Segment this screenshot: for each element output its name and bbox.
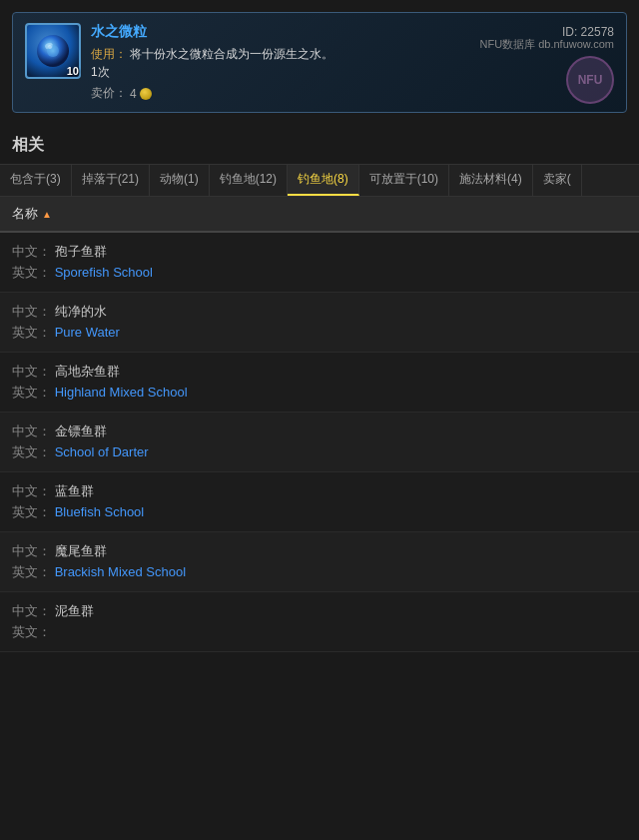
item-desc-text: 将十份水之微粒合成为一份源生之水。: [130, 47, 333, 61]
sort-icon: ▲: [42, 209, 52, 220]
tabs-wrapper: 包含于(3)掉落于(21)动物(1)钓鱼地(12)钓鱼地(8)可放置于(10)施…: [0, 165, 639, 197]
tab-2[interactable]: 动物(1): [150, 165, 210, 196]
table-row[interactable]: 中文： 孢子鱼群 英文： Sporefish School: [0, 233, 639, 293]
row-zh-0: 中文： 孢子鱼群: [12, 243, 627, 261]
row-en-6: 英文：: [12, 623, 627, 641]
row-en-0: 英文： Sporefish School: [12, 264, 627, 282]
row-zh-6: 中文： 泥鱼群: [12, 602, 627, 620]
water-particle-icon: [35, 33, 71, 69]
table-header: 名称 ▲: [0, 197, 639, 233]
row-zh-5: 中文： 魔尾鱼群: [12, 542, 627, 560]
table-row[interactable]: 中文： 泥鱼群 英文：: [0, 592, 639, 652]
item-card: 10 水之微粒 ID: 22578 使用： 将十份水之微粒合成为一份源生之水。 …: [12, 12, 627, 113]
table-body: 中文： 孢子鱼群 英文： Sporefish School 中文： 纯净的水 英…: [0, 233, 639, 652]
sell-value: 4: [130, 87, 137, 101]
row-zh-1: 中文： 纯净的水: [12, 303, 627, 321]
table-header-cell-name: 名称 ▲: [12, 205, 52, 223]
column-name-label: 名称: [12, 205, 38, 223]
tab-4[interactable]: 钓鱼地(8): [288, 165, 359, 196]
table-row[interactable]: 中文： 高地杂鱼群 英文： Highland Mixed School: [0, 353, 639, 413]
row-en-5: 英文： Brackish Mixed School: [12, 563, 627, 581]
section-title: 相关: [0, 121, 639, 165]
row-en-4: 英文： Bluefish School: [12, 503, 627, 521]
tab-7[interactable]: 卖家(: [533, 165, 582, 196]
tab-1[interactable]: 掉落于(21): [72, 165, 150, 196]
tab-6[interactable]: 施法材料(4): [449, 165, 533, 196]
sell-label: 卖价：: [91, 85, 127, 102]
table-container: 名称 ▲ 中文： 孢子鱼群 英文： Sporefish School 中文： 纯…: [0, 197, 639, 652]
row-en-3: 英文： School of Darter: [12, 443, 627, 461]
coin-icon: [140, 88, 152, 100]
nfu-logo: NFU: [566, 56, 614, 104]
table-row[interactable]: 中文： 纯净的水 英文： Pure Water: [0, 293, 639, 353]
row-zh-3: 中文： 金镖鱼群: [12, 422, 627, 440]
row-en-2: 英文： Highland Mixed School: [12, 384, 627, 402]
use-label: 使用：: [91, 47, 127, 61]
tab-0[interactable]: 包含于(3): [0, 165, 72, 196]
row-en-1: 英文： Pure Water: [12, 324, 627, 342]
tab-3[interactable]: 钓鱼地(12): [210, 165, 288, 196]
item-times: 1次: [91, 65, 110, 79]
table-row[interactable]: 中文： 魔尾鱼群 英文： Brackish Mixed School: [0, 532, 639, 592]
tab-5[interactable]: 可放置于(10): [359, 165, 449, 196]
item-count: 10: [67, 65, 79, 77]
item-name: 水之微粒: [91, 23, 147, 41]
svg-point-4: [48, 45, 52, 49]
item-icon-wrapper: 10: [25, 23, 81, 79]
table-row[interactable]: 中文： 蓝鱼群 英文： Bluefish School: [0, 472, 639, 532]
nfu-branding: NFU数据库 db.nfuwow.com NFU: [480, 37, 614, 104]
nfu-text: NFU数据库 db.nfuwow.com: [480, 37, 614, 52]
row-zh-4: 中文： 蓝鱼群: [12, 482, 627, 500]
row-zh-2: 中文： 高地杂鱼群: [12, 363, 627, 381]
table-row[interactable]: 中文： 金镖鱼群 英文： School of Darter: [0, 413, 639, 472]
tabs-container: 包含于(3)掉落于(21)动物(1)钓鱼地(12)钓鱼地(8)可放置于(10)施…: [0, 165, 582, 196]
